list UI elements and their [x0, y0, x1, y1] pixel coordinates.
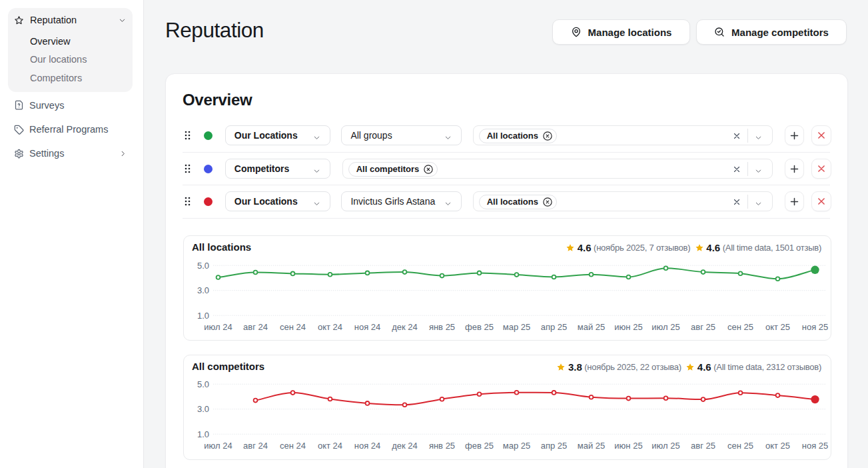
- svg-text:фев 25: фев 25: [465, 322, 494, 332]
- svg-text:окт 24: окт 24: [318, 322, 342, 332]
- svg-text:окт 24: окт 24: [318, 441, 342, 451]
- svg-text:авг 25: авг 25: [691, 441, 715, 451]
- svg-text:май 25: май 25: [578, 322, 606, 332]
- svg-text:июл 25: июл 25: [651, 322, 679, 332]
- svg-text:5.0: 5.0: [197, 261, 209, 271]
- svg-text:сен 24: сен 24: [280, 322, 306, 332]
- svg-text:ноя 24: ноя 24: [354, 441, 381, 451]
- svg-text:авг 24: авг 24: [243, 322, 268, 332]
- svg-text:мар 25: мар 25: [503, 441, 530, 451]
- svg-text:сен 24: сен 24: [280, 441, 306, 451]
- svg-text:ноя 25: ноя 25: [802, 322, 829, 332]
- svg-text:окт 25: окт 25: [765, 441, 790, 451]
- svg-text:фев 25: фев 25: [465, 441, 494, 451]
- svg-text:дек 24: дек 24: [392, 441, 418, 451]
- svg-text:авг 24: авг 24: [243, 441, 268, 451]
- svg-text:5.0: 5.0: [197, 379, 209, 389]
- svg-text:июн 25: июн 25: [614, 322, 642, 332]
- svg-text:3.0: 3.0: [197, 404, 209, 414]
- svg-text:апр 25: апр 25: [541, 441, 568, 451]
- svg-text:окт 25: окт 25: [765, 322, 790, 332]
- svg-text:авг 25: авг 25: [691, 322, 715, 332]
- svg-text:3.0: 3.0: [197, 285, 209, 295]
- svg-text:1.0: 1.0: [197, 311, 209, 321]
- svg-text:янв 25: янв 25: [429, 322, 455, 332]
- svg-text:июл 24: июл 24: [204, 441, 232, 451]
- svg-text:ноя 24: ноя 24: [354, 322, 381, 332]
- svg-text:сен 25: сен 25: [727, 322, 753, 332]
- svg-text:ноя 25: ноя 25: [802, 441, 829, 451]
- svg-text:янв 25: янв 25: [429, 441, 455, 451]
- svg-text:май 25: май 25: [578, 441, 606, 451]
- svg-text:июл 25: июл 25: [651, 441, 679, 451]
- svg-text:апр 25: апр 25: [541, 322, 568, 332]
- svg-text:мар 25: мар 25: [503, 322, 530, 332]
- svg-text:июл 24: июл 24: [204, 322, 232, 332]
- svg-text:1.0: 1.0: [197, 429, 209, 439]
- svg-text:июн 25: июн 25: [614, 441, 642, 451]
- svg-text:сен 25: сен 25: [727, 441, 753, 451]
- svg-text:дек 24: дек 24: [392, 322, 418, 332]
